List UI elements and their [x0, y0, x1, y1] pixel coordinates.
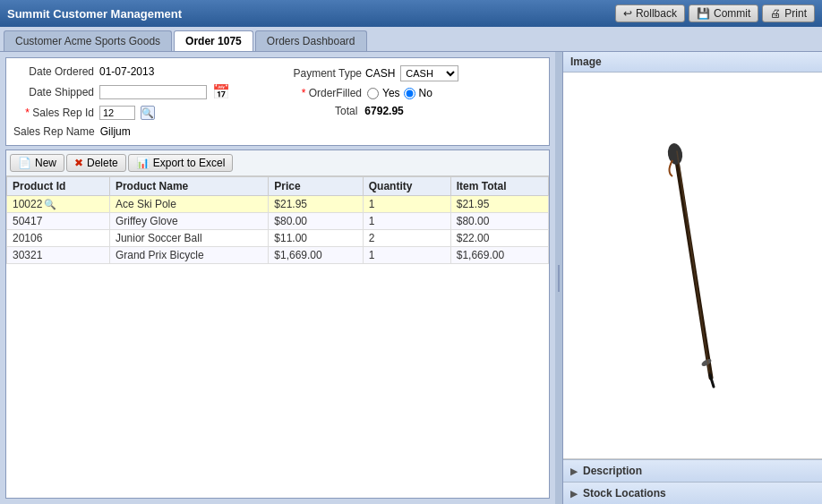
- tab-bar: Customer Acme Sports Goods Order 1075 Or…: [0, 27, 822, 52]
- order-filled-row: OrderFilled Yes No: [281, 87, 542, 99]
- search-icon[interactable]: 🔍: [141, 106, 155, 120]
- calendar-icon: 📅: [212, 84, 230, 99]
- description-section: ▶ Description: [563, 459, 822, 482]
- total-label: Total: [335, 105, 357, 117]
- ski-pole-image: [662, 141, 724, 391]
- commit-button[interactable]: 💾 Commit: [689, 4, 758, 22]
- col-item-total: Item Total: [450, 177, 548, 196]
- item-total-cell: $1,669.00: [450, 247, 548, 264]
- expand-icon: ▶: [570, 466, 578, 476]
- price-cell: $80.00: [269, 213, 363, 230]
- quantity-cell: 1: [363, 213, 450, 230]
- image-section: Image: [563, 52, 822, 459]
- divider-handle: [558, 265, 560, 292]
- delete-button[interactable]: ✖ Delete: [66, 154, 126, 172]
- product-table: Product Id Product Name Price Quantity I…: [6, 176, 549, 264]
- print-button[interactable]: 🖨 Print: [762, 4, 815, 22]
- svg-point-1: [666, 141, 684, 165]
- item-total-cell: $22.00: [450, 230, 548, 247]
- product-id-value: 50417: [13, 215, 42, 227]
- row-search-icon[interactable]: 🔍: [44, 199, 56, 209]
- payment-type-value: CASH: [365, 67, 395, 80]
- total-row: Total 6792.95: [281, 105, 542, 117]
- title-bar: Summit Customer Management ↩ Rollback 💾 …: [0, 0, 822, 27]
- sales-rep-id-label: Sales Rep Id: [13, 107, 94, 119]
- commit-icon: 💾: [697, 7, 710, 20]
- quantity-cell: 2: [363, 230, 450, 247]
- product-name-cell: Junior Soccer Ball: [109, 230, 268, 247]
- main-content: Date Ordered 01-07-2013 Date Shipped 📅 S…: [0, 52, 822, 504]
- table-row[interactable]: 30321Grand Prix Bicycle$1,669.001$1,669.…: [7, 247, 549, 264]
- left-panel: Date Ordered 01-07-2013 Date Shipped 📅 S…: [0, 52, 555, 504]
- date-shipped-label: Date Shipped: [13, 86, 94, 98]
- price-cell: $11.00: [269, 230, 363, 247]
- tab-dashboard[interactable]: Orders Dashboard: [255, 30, 367, 51]
- order-filled-no-label: No: [419, 87, 432, 99]
- col-quantity: Quantity: [363, 177, 450, 196]
- svg-line-3: [710, 375, 714, 387]
- print-icon: 🖨: [770, 7, 781, 20]
- price-cell: $1,669.00: [269, 247, 363, 264]
- table-row[interactable]: 10022🔍Ace Ski Pole$21.951$21.95: [7, 196, 549, 213]
- item-total-cell: $21.95: [450, 196, 548, 213]
- product-name-cell: Griffey Glove: [109, 213, 268, 230]
- order-filled-yes-radio[interactable]: [367, 88, 379, 99]
- date-shipped-input[interactable]: [99, 85, 207, 99]
- payment-type-label: Payment Type: [281, 67, 362, 80]
- right-panel: Image: [562, 52, 822, 504]
- col-product-name: Product Name: [109, 177, 268, 196]
- table-row[interactable]: 50417Griffey Glove$80.001$80.00: [7, 213, 549, 230]
- expand-icon-2: ▶: [570, 489, 578, 499]
- product-id-value: 10022: [13, 198, 42, 210]
- image-container: [563, 73, 822, 458]
- order-filled-radio-group: Yes No: [367, 87, 432, 99]
- new-icon: 📄: [18, 157, 31, 169]
- product-name-cell: Grand Prix Bicycle: [109, 247, 268, 264]
- payment-type-row: Payment Type CASH CASH CREDIT CHECK: [281, 65, 542, 81]
- form-right: Payment Type CASH CASH CREDIT CHECK Orde…: [281, 65, 542, 138]
- grid-area: 📄 New ✖ Delete 📊 Export to Excel Product…: [5, 149, 550, 499]
- date-shipped-row: Date Shipped 📅: [13, 83, 274, 100]
- panel-divider[interactable]: [555, 52, 562, 504]
- stock-locations-section: ▶ Stock Locations: [563, 482, 822, 504]
- form-area: Date Ordered 01-07-2013 Date Shipped 📅 S…: [5, 57, 550, 146]
- quantity-cell: 1: [363, 247, 450, 264]
- sales-rep-name-label: Sales Rep Name: [13, 125, 95, 138]
- payment-type-select[interactable]: CASH CREDIT CHECK: [400, 65, 458, 81]
- image-section-header: Image: [563, 52, 822, 73]
- item-total-cell: $80.00: [450, 213, 548, 230]
- export-button[interactable]: 📊 Export to Excel: [128, 154, 234, 172]
- quantity-cell: 1: [363, 196, 450, 213]
- sales-rep-id-input[interactable]: [99, 106, 135, 120]
- date-ordered-row: Date Ordered 01-07-2013: [13, 65, 274, 78]
- date-ordered-label: Date Ordered: [13, 65, 94, 78]
- col-product-id: Product Id: [7, 177, 110, 196]
- sales-rep-name-value: Giljum: [100, 125, 131, 138]
- excel-icon: 📊: [136, 157, 150, 169]
- grid-toolbar: 📄 New ✖ Delete 📊 Export to Excel: [6, 150, 549, 176]
- product-id-cell: 30321: [7, 247, 110, 264]
- product-name-cell: Ace Ski Pole: [109, 196, 268, 213]
- rollback-icon: ↩: [623, 7, 632, 20]
- order-filled-label: OrderFilled: [281, 87, 362, 99]
- product-id-cell: 10022🔍: [7, 196, 110, 213]
- rollback-button[interactable]: ↩ Rollback: [615, 4, 685, 22]
- product-id-value: 20106: [13, 232, 42, 244]
- sales-rep-id-row: Sales Rep Id 🔍: [13, 106, 274, 120]
- total-value: 6792.95: [364, 105, 403, 117]
- order-filled-yes-label: Yes: [382, 87, 400, 99]
- tab-order[interactable]: Order 1075: [174, 30, 253, 51]
- title-bar-buttons: ↩ Rollback 💾 Commit 🖨 Print: [615, 4, 815, 22]
- sales-rep-name-row: Sales Rep Name Giljum: [13, 125, 274, 138]
- order-filled-no-radio[interactable]: [404, 88, 415, 99]
- product-id-value: 30321: [13, 249, 42, 261]
- form-left: Date Ordered 01-07-2013 Date Shipped 📅 S…: [13, 65, 274, 138]
- table-row[interactable]: 20106Junior Soccer Ball$11.002$22.00: [7, 230, 549, 247]
- new-button[interactable]: 📄 New: [10, 154, 64, 172]
- app-title: Summit Customer Management: [7, 7, 182, 21]
- stock-locations-header[interactable]: ▶ Stock Locations: [563, 483, 822, 504]
- calendar-button[interactable]: 📅: [212, 83, 230, 100]
- description-header[interactable]: ▶ Description: [563, 460, 822, 482]
- product-id-cell: 50417: [7, 213, 110, 230]
- tab-customer[interactable]: Customer Acme Sports Goods: [4, 30, 172, 51]
